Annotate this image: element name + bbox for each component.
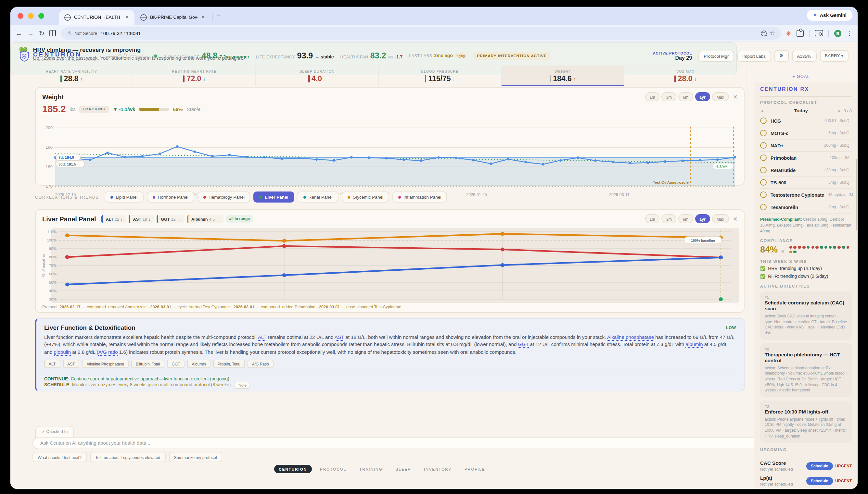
tab-close-icon[interactable]: × <box>125 14 129 20</box>
insight-term-link[interactable]: Alkaline phosphatase <box>607 334 654 341</box>
panel-chip[interactable]: Liver Panel <box>254 191 294 203</box>
dose-checkbox[interactable] <box>760 130 767 136</box>
bookmark-star-icon[interactable]: ☆ <box>770 30 775 36</box>
panel-chip[interactable]: Hematology Panel <box>198 191 251 203</box>
directive-card[interactable]: #3 Enforce 10:30 PM lights-off action: P… <box>760 400 852 443</box>
dose-checkbox[interactable] <box>760 191 767 198</box>
add-goal-button[interactable]: + GOAL <box>792 74 810 78</box>
range-chip[interactable]: 6m <box>678 214 693 223</box>
range-chip[interactable]: 3m <box>662 214 676 223</box>
urgent-badge: URGENT <box>835 464 852 468</box>
panel-chip[interactable]: Hormone Panel <box>147 191 194 203</box>
close-window-button[interactable] <box>18 13 23 19</box>
nav-item[interactable]: TRAINING <box>355 465 387 473</box>
import-labs-button[interactable]: Import Labs <box>737 50 771 61</box>
insight-term-link[interactable]: GGT <box>518 342 529 348</box>
zoom-window-button[interactable] <box>38 13 44 19</box>
ask-ai-input[interactable] <box>39 439 810 446</box>
nav-item[interactable]: PROFILE <box>460 465 490 473</box>
marker-chip[interactable]: Bilirubin, Total <box>131 360 165 368</box>
tab-bkprime[interactable]: BK-PRIME Capital Governanc × <box>135 10 210 25</box>
note-button[interactable]: Note <box>235 381 251 388</box>
panel-chip[interactable]: Lipid Panel <box>105 191 143 203</box>
dose-checkbox[interactable] <box>760 167 767 173</box>
directive-card[interactable]: #2 Therapeutic phlebotomy — HCT control … <box>760 343 852 397</box>
insight-term-link[interactable]: ALT <box>258 334 266 341</box>
panel-chip[interactable]: Inflammation Panel <box>392 191 447 203</box>
next-day-icon[interactable]: ► <box>838 109 842 113</box>
panel-chip[interactable]: Glycemic Panel <box>342 191 389 203</box>
range-chip[interactable]: 1yr <box>695 92 710 101</box>
metric-tile[interactable]: BLOOD PRESSURE 115/75 ↓ <box>379 66 502 86</box>
range-chip[interactable]: 6m <box>678 92 693 101</box>
nav-item[interactable]: INVENTORY <box>419 465 456 473</box>
user-menu-button[interactable]: BARRY ▾ <box>819 50 849 62</box>
url-text[interactable]: 100.79.32.11:8081 <box>100 30 757 36</box>
gemini-icon: ✦ <box>813 12 817 18</box>
extensions-puzzle-icon[interactable] <box>796 30 804 37</box>
range-chip[interactable]: 1m <box>645 92 660 101</box>
insight-term-link[interactable]: AST <box>335 334 344 341</box>
settings-gear-button[interactable]: ⚙ <box>774 50 789 62</box>
nav-item[interactable]: PROTOCOL <box>315 465 351 473</box>
nav-item[interactable]: CENTURION <box>274 465 312 473</box>
panel-chip[interactable]: Renal Panel <box>298 191 338 203</box>
range-chip[interactable]: Max <box>712 92 728 101</box>
marker-chip[interactable]: ALT <box>44 360 60 368</box>
prev-day-icon[interactable]: ◄ <box>760 109 764 113</box>
forward-icon[interactable]: → <box>27 30 34 37</box>
back-icon[interactable]: ← <box>16 30 22 37</box>
menu-kebab-icon[interactable]: ⋮ <box>847 30 852 36</box>
tab-search-icon[interactable] <box>815 30 823 36</box>
profile-avatar[interactable]: B <box>834 30 842 37</box>
marker-chip[interactable]: Protein, Total <box>213 360 245 368</box>
marker-chip[interactable]: AST <box>63 360 79 368</box>
marker-chip[interactable]: Albumin <box>187 360 210 368</box>
protocol-mgr-button[interactable]: Protocol Mgr <box>698 50 734 61</box>
new-tab-button[interactable]: + <box>217 12 221 19</box>
ai-percent-button[interactable]: A135% <box>792 50 816 61</box>
minimize-window-button[interactable] <box>28 13 34 19</box>
range-chip[interactable]: Max <box>712 214 728 223</box>
metric-tile[interactable]: SLEEP DURATION 4.0 ↓ <box>256 66 379 86</box>
schedule-button[interactable]: Schedule <box>806 477 833 485</box>
reload-icon[interactable]: ↻ <box>39 30 44 37</box>
dose-checkbox[interactable] <box>760 179 767 186</box>
range-chip[interactable]: 1yr <box>695 214 710 223</box>
address-bar[interactable]: ⚠ Not Secure 100.79.32.11:8081 ☆ <box>61 27 781 39</box>
extension-asterisk-icon[interactable]: ✳ <box>786 30 791 37</box>
marker-arrow-icon: ↓ <box>121 216 123 221</box>
metric-tile[interactable]: HEART RATE VARIABILITY 28.8 ↑ <box>11 66 133 86</box>
split-view-icon[interactable] <box>50 30 56 36</box>
liver-chart: 30%40%50%60%70%80%90%100%110%% of baseli… <box>40 227 741 306</box>
marker-chip[interactable]: A/G Ratio <box>247 360 274 368</box>
tab-close-icon[interactable]: × <box>201 14 205 20</box>
metric-tile[interactable]: RESTING HEART RATE 72.0 ↓ <box>133 66 256 86</box>
checked-in-chip[interactable]: ✓ Checked In <box>35 426 74 438</box>
marker-chip[interactable]: Alkaline Phosphatase <box>82 360 128 368</box>
schedule-button[interactable]: Schedule <box>806 462 833 470</box>
close-icon[interactable]: × <box>733 93 737 101</box>
scrollbar-thumb[interactable] <box>855 159 857 230</box>
insight-term-link[interactable]: A/G ratio <box>98 349 118 356</box>
dose-checkbox[interactable] <box>760 154 767 161</box>
suggestion-chip[interactable]: Summarize my protocol <box>169 452 222 462</box>
directive-card[interactable]: #1 Schedule coronary calcium (CAC) scan … <box>760 291 852 340</box>
insight-term-link[interactable]: globulin <box>54 349 71 356</box>
metric-tile[interactable]: WEIGHT 184.6 ↑ <box>502 66 624 86</box>
close-icon[interactable]: × <box>733 215 737 223</box>
nav-item[interactable]: SLEEP <box>391 465 415 473</box>
ask-gemini-button[interactable]: ✦ Ask Gemini <box>807 10 852 21</box>
suggestion-chip[interactable]: What should I test next? <box>33 452 87 462</box>
range-chip[interactable]: 1m <box>645 214 660 223</box>
suggestion-chip[interactable]: Tell me about Triglycerides elevated <box>90 452 165 462</box>
zoom-out-icon[interactable] <box>760 30 766 36</box>
range-chip[interactable]: 3m <box>662 92 676 101</box>
marker-chip[interactable]: GGT <box>167 360 185 368</box>
insight-term-link[interactable]: albumin <box>685 342 703 348</box>
tab-centurion-health[interactable]: CENTURION HEALTH × <box>59 10 134 25</box>
dose-checkbox[interactable] <box>760 142 767 149</box>
metric-tile[interactable]: VO2 MAX 28.0 ↓ <box>624 66 747 86</box>
dose-checkbox[interactable] <box>760 204 767 210</box>
dose-checkbox[interactable] <box>760 117 767 124</box>
